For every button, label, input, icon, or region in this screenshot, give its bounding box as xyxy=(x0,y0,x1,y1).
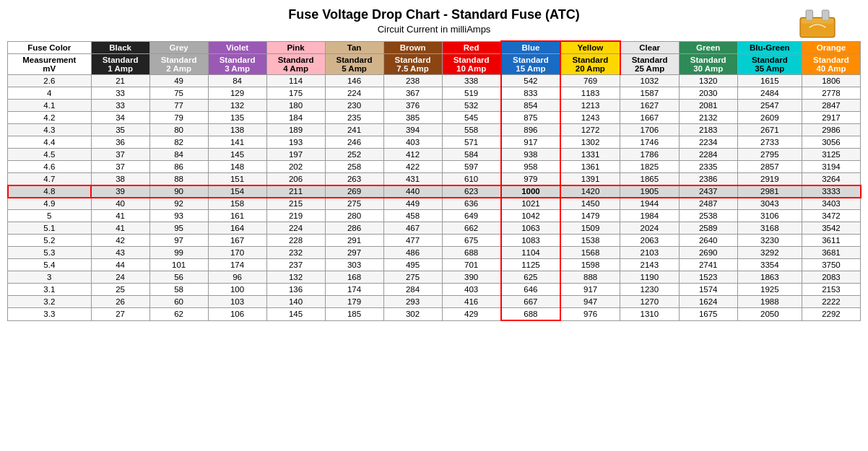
cell-grey: 56 xyxy=(149,271,208,284)
cell-yellow: 888 xyxy=(560,271,620,284)
cell-grey: 84 xyxy=(149,149,208,161)
cell-yellow: 947 xyxy=(560,296,620,308)
cell-yellow: 1331 xyxy=(560,149,620,161)
cell-black: 39 xyxy=(91,185,149,198)
cell-mv: 5.1 xyxy=(8,222,92,235)
cell-green: 1320 xyxy=(679,75,737,87)
cell-red: 623 xyxy=(442,185,501,198)
cell-blug: 2795 xyxy=(737,149,802,161)
cell-clear: 1270 xyxy=(620,296,680,308)
table-row: 3.32762106145185302429688976131016752050… xyxy=(8,308,861,321)
cell-blug: 2919 xyxy=(737,173,802,185)
table-row: 4.73888151206263431610979139118652386291… xyxy=(8,173,861,185)
cell-red: 636 xyxy=(442,198,501,210)
cell-pink: 193 xyxy=(266,136,325,149)
cell-pink: 189 xyxy=(266,124,325,136)
table-row: 4.53784145197252412584938133117862284279… xyxy=(8,149,861,161)
cell-tan: 235 xyxy=(325,112,383,124)
cell-black: 27 xyxy=(91,308,149,321)
cell-violet: 148 xyxy=(208,161,266,173)
table-row: 5.44410117423730349570111251598214327413… xyxy=(8,259,861,271)
cell-tan: 280 xyxy=(325,210,383,222)
cell-orange: 3333 xyxy=(802,185,860,198)
black-sub-header: Standard1 Amp xyxy=(91,54,149,75)
measurement-header-row: MeasurementmV Standard1 Amp Standard2 Am… xyxy=(8,54,861,75)
cell-grey: 95 xyxy=(149,222,208,235)
table-row: 4.33580138189241394558896127217062183267… xyxy=(8,124,861,136)
cell-violet: 84 xyxy=(208,75,266,87)
cell-blug: 2050 xyxy=(737,308,802,321)
cell-red: 390 xyxy=(442,271,501,284)
cell-blue: 833 xyxy=(501,87,560,100)
cell-green: 2487 xyxy=(679,198,737,210)
cell-brown: 385 xyxy=(383,112,442,124)
cell-orange: 3056 xyxy=(802,136,860,149)
cell-yellow: 1272 xyxy=(560,124,620,136)
cell-red: 545 xyxy=(442,112,501,124)
cell-grey: 79 xyxy=(149,112,208,124)
cell-clear: 1310 xyxy=(620,308,680,321)
cell-black: 44 xyxy=(91,259,149,271)
cell-green: 2335 xyxy=(679,161,737,173)
orange-header: Orange xyxy=(802,41,860,54)
cell-clear: 1627 xyxy=(620,100,680,112)
cell-green: 2284 xyxy=(679,149,737,161)
cell-green: 1574 xyxy=(679,284,737,296)
page-title: Fuse Voltage Drop Chart - Standard Fuse … xyxy=(7,7,861,22)
cell-black: 42 xyxy=(91,235,149,247)
cell-violet: 129 xyxy=(208,87,266,100)
cell-tan: 291 xyxy=(325,235,383,247)
cell-black: 37 xyxy=(91,149,149,161)
table-row: 3.12558100136174284403646917123015741925… xyxy=(8,284,861,296)
cell-violet: 161 xyxy=(208,210,266,222)
cell-red: 519 xyxy=(442,87,501,100)
cell-blue: 1125 xyxy=(501,259,560,271)
cell-pink: 219 xyxy=(266,210,325,222)
cell-black: 35 xyxy=(91,124,149,136)
pink-header: Pink xyxy=(266,41,325,54)
cell-violet: 100 xyxy=(208,284,266,296)
cell-blug: 3292 xyxy=(737,247,802,259)
table-row: 3245696132168275390625888119015231863208… xyxy=(8,271,861,284)
cell-brown: 458 xyxy=(383,210,442,222)
table-body: 2.62149841141462383385427691032132016151… xyxy=(8,75,861,321)
cell-pink: 211 xyxy=(266,185,325,198)
cell-green: 2081 xyxy=(679,100,737,112)
cell-orange: 3194 xyxy=(802,161,860,173)
cell-violet: 96 xyxy=(208,271,266,284)
table-row: 5.14195164224286467662106315092024258931… xyxy=(8,222,861,235)
cell-orange: 2917 xyxy=(802,112,860,124)
cell-clear: 1865 xyxy=(620,173,680,185)
grey-sub-header: Standard2 Amp xyxy=(149,54,208,75)
tan-header: Tan xyxy=(325,41,383,54)
cell-grey: 60 xyxy=(149,296,208,308)
cell-mv: 4.8 xyxy=(8,185,92,198)
violet-header: Violet xyxy=(208,41,266,54)
cell-pink: 114 xyxy=(266,75,325,87)
cell-red: 532 xyxy=(442,100,501,112)
cell-pink: 140 xyxy=(266,296,325,308)
cell-clear: 2024 xyxy=(620,222,680,235)
blue-sub-header: Standard15 Amp xyxy=(501,54,560,75)
cell-brown: 412 xyxy=(383,149,442,161)
cell-orange: 3403 xyxy=(802,198,860,210)
cell-red: 429 xyxy=(442,308,501,321)
cell-green: 1523 xyxy=(679,271,737,284)
cell-blug: 3043 xyxy=(737,198,802,210)
cell-brown: 486 xyxy=(383,247,442,259)
yellow-header: Yellow xyxy=(560,41,620,54)
cell-yellow: 1183 xyxy=(560,87,620,100)
cell-tan: 258 xyxy=(325,161,383,173)
cell-tan: 275 xyxy=(325,198,383,210)
cell-grey: 82 xyxy=(149,136,208,149)
cell-green: 2132 xyxy=(679,112,737,124)
cell-pink: 175 xyxy=(266,87,325,100)
table-row: 4.23479135184235385545875124316672132260… xyxy=(8,112,861,124)
clear-header: Clear xyxy=(620,41,680,54)
cell-tan: 263 xyxy=(325,173,383,185)
green-header: Green xyxy=(679,41,737,54)
cell-mv: 5.2 xyxy=(8,235,92,247)
cell-orange: 3542 xyxy=(802,222,860,235)
svg-rect-3 xyxy=(802,19,834,23)
cell-green: 2437 xyxy=(679,185,737,198)
